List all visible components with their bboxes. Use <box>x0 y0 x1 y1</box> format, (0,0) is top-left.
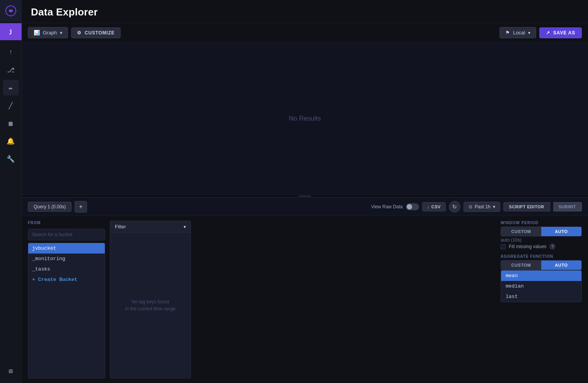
customize-button[interactable]: ⚙ CUSTOMIZE <box>71 27 120 38</box>
sidebar: j ↑ ⎇ ✏ ╱ ▦ 🔔 🔧 ⊞ <box>0 0 22 383</box>
fill-missing-checkbox[interactable] <box>501 244 506 249</box>
upload-icon[interactable]: ↑ <box>3 44 19 60</box>
view-raw-label: View Raw Data <box>371 204 403 209</box>
no-tag-keys-line1: No tag keys found <box>132 299 169 305</box>
gear-icon: ⚙ <box>77 30 82 36</box>
window-period-toggle: CUSTOM AUTO <box>501 226 582 237</box>
customize-label: CUSTOMIZE <box>85 30 115 36</box>
refresh-icon: ↻ <box>452 204 457 210</box>
settings-icon[interactable]: ⊞ <box>3 363 19 379</box>
aggregate-custom[interactable]: CUSTOM <box>501 260 541 270</box>
toolbar-right: ⚑ Local ↗ SAVE AS <box>499 27 582 38</box>
chevron-down-icon <box>493 204 495 209</box>
right-panel: WINDOW PERIOD CUSTOM AUTO auto (10s) Fil… <box>501 221 582 378</box>
fill-missing-label: Fill missing values <box>509 244 546 249</box>
calendar-icon[interactable]: ▦ <box>3 116 19 131</box>
query-bar: Query 1 (0.00s) + View Raw Data ↓ CSV ↻ … <box>22 198 588 216</box>
filter-label: Filter <box>115 224 126 230</box>
query-section: Query 1 (0.00s) + View Raw Data ↓ CSV ↻ … <box>22 197 588 383</box>
bucket-item-monitoring[interactable]: _monitoring <box>28 254 105 264</box>
toggle-knob <box>407 204 412 209</box>
save-as-button[interactable]: ↗ SAVE AS <box>539 27 582 38</box>
csv-label: CSV <box>431 204 441 209</box>
create-bucket-button[interactable]: + Create Bucket <box>28 274 105 285</box>
submit-button[interactable]: SUBMIT <box>553 202 582 211</box>
chart-icon[interactable]: ╱ <box>3 98 19 113</box>
chevron-down-icon <box>60 30 62 36</box>
user-avatar[interactable]: j <box>0 23 22 40</box>
script-editor-button[interactable]: SCRIPT EDITOR <box>503 202 550 211</box>
notebook-icon[interactable]: ✏ <box>3 80 19 95</box>
window-period-auto[interactable]: AUTO <box>541 227 581 236</box>
drag-handle[interactable] <box>22 194 588 197</box>
bucket-item-jvbucket[interactable]: jvbucket <box>28 243 105 254</box>
no-results-label: No Results <box>289 115 321 123</box>
aggregate-function-label: AGGREGATE FUNCTION <box>501 254 582 259</box>
toolbar: 📊 Graph ⚙ CUSTOMIZE ⚑ Local ↗ SAVE AS <box>22 23 588 43</box>
time-range-button[interactable]: ⊙ Past 1h <box>464 202 500 212</box>
time-range-label: Past 1h <box>475 204 491 209</box>
agg-item-median[interactable]: median <box>501 281 581 291</box>
git-icon[interactable]: ⎇ <box>3 62 19 78</box>
download-icon: ↓ <box>427 204 429 209</box>
drag-handle-dots <box>299 196 311 197</box>
graph-button[interactable]: 📊 Graph <box>28 27 68 38</box>
clock-icon: ⊙ <box>469 204 472 209</box>
view-raw-data: View Raw Data <box>371 203 419 210</box>
filter-panel: Filter No tag keys found in the current … <box>110 221 191 378</box>
window-period-custom[interactable]: CUSTOM <box>501 227 541 236</box>
filter-body: No tag keys found in the current time ra… <box>110 232 191 378</box>
aggregate-list: mean median last <box>501 270 582 302</box>
header: Data Explorer <box>22 0 588 23</box>
graph-icon: 📊 <box>34 30 40 36</box>
bucket-search-input[interactable] <box>28 229 105 240</box>
from-panel: FROM jvbucket _monitoring _tasks + Creat… <box>28 221 105 378</box>
auto-value: auto (10s) <box>501 237 582 243</box>
bell-icon[interactable]: 🔔 <box>3 133 19 149</box>
chart-area: No Results <box>22 43 588 194</box>
filter-header[interactable]: Filter <box>110 221 191 232</box>
wrench-icon[interactable]: 🔧 <box>3 151 19 167</box>
graph-label: Graph <box>43 30 57 36</box>
bucket-list: jvbucket _monitoring _tasks + Create Buc… <box>28 243 105 378</box>
query-tab[interactable]: Query 1 (0.00s) <box>28 202 72 212</box>
aggregate-function-toggle: CUSTOM AUTO <box>501 260 582 270</box>
add-query-button[interactable]: + <box>75 201 87 213</box>
toolbar-left: 📊 Graph ⚙ CUSTOMIZE <box>28 27 496 38</box>
flag-icon: ⚑ <box>505 30 510 36</box>
page-title: Data Explorer <box>31 6 579 18</box>
chevron-down-icon <box>528 30 530 36</box>
csv-button[interactable]: ↓ CSV <box>422 202 446 211</box>
save-as-label: SAVE AS <box>553 30 575 36</box>
aggregate-auto[interactable]: AUTO <box>541 260 581 270</box>
window-period-section: WINDOW PERIOD CUSTOM AUTO auto (10s) Fil… <box>501 221 582 250</box>
local-label: Local <box>513 30 525 36</box>
agg-item-last[interactable]: last <box>501 291 581 302</box>
main-area: Data Explorer 📊 Graph ⚙ CUSTOMIZE ⚑ Loca… <box>22 0 588 383</box>
no-tag-keys-line2: in the current time range <box>125 306 176 312</box>
window-period-label: WINDOW PERIOD <box>501 221 582 225</box>
view-raw-toggle[interactable] <box>406 203 419 210</box>
export-icon: ↗ <box>546 30 550 36</box>
refresh-button[interactable]: ↻ <box>449 201 460 213</box>
app-logo[interactable] <box>0 0 22 22</box>
filter-chevron <box>184 224 186 230</box>
bucket-item-tasks[interactable]: _tasks <box>28 264 105 274</box>
fill-missing-help-icon[interactable]: ? <box>549 243 556 250</box>
query-builder: FROM jvbucket _monitoring _tasks + Creat… <box>22 216 588 383</box>
fill-missing-row: Fill missing values ? <box>501 243 582 250</box>
from-label: FROM <box>28 221 105 225</box>
agg-item-mean[interactable]: mean <box>501 271 581 281</box>
local-button[interactable]: ⚑ Local <box>499 27 536 38</box>
aggregate-function-section: AGGREGATE FUNCTION CUSTOM AUTO mean medi… <box>501 254 582 302</box>
